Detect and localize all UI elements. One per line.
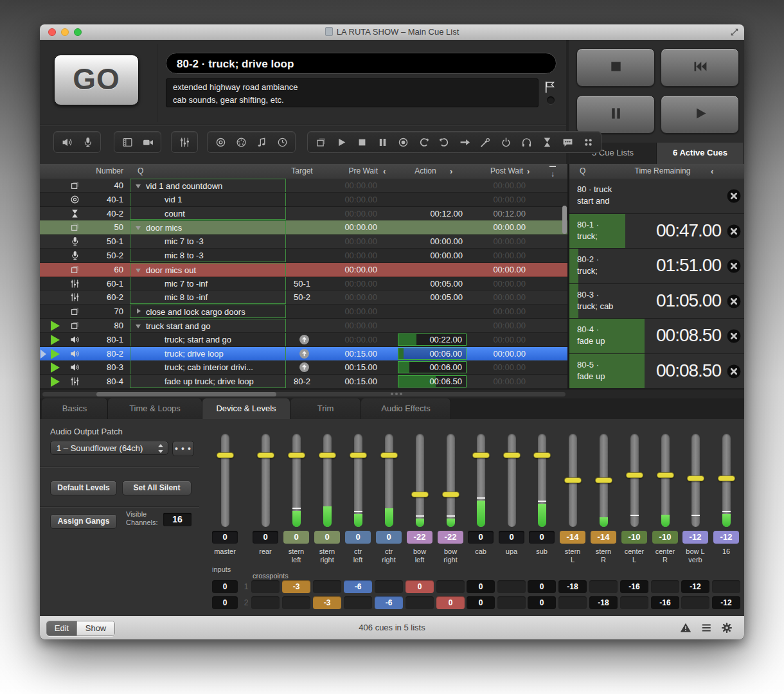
record-icon[interactable] bbox=[397, 137, 409, 148]
tab-active-cues[interactable]: 6 Active Cues bbox=[657, 143, 744, 164]
crosspoint-cell[interactable]: 0 bbox=[405, 580, 434, 593]
post-wait-value[interactable]: 00:00.00 bbox=[464, 249, 526, 263]
crosspoint-cell[interactable]: -3 bbox=[313, 596, 341, 609]
post-wait-value[interactable]: 00:00.00 bbox=[464, 333, 526, 347]
hourglass-icon[interactable] bbox=[541, 137, 553, 148]
time-remaining-collapse-icon[interactable]: ‹ bbox=[711, 164, 713, 179]
crosspoint-cell[interactable]: -18 bbox=[589, 596, 618, 609]
tab-basics[interactable]: Basics bbox=[42, 398, 108, 419]
post-wait-value[interactable]: 00:00.00 bbox=[464, 220, 526, 235]
cue-row-40-2[interactable]: 40-2count00:00.0000:12.0000:12.00 bbox=[40, 207, 568, 221]
horizontal-scroll-thumb[interactable] bbox=[96, 392, 276, 396]
action-value[interactable]: 00:00.00 bbox=[402, 249, 463, 263]
input-level-value[interactable]: 0 bbox=[212, 596, 238, 609]
stop-cue-button[interactable] bbox=[727, 259, 741, 273]
action-progress-cell[interactable]: 00:06.50 bbox=[398, 375, 467, 387]
pre-wait-value[interactable]: 00:15.00 bbox=[316, 347, 377, 361]
cue-row-60-1[interactable]: 60-1mic 7 to -inf50-100:00.0000:05.0000:… bbox=[40, 277, 568, 291]
fader-value[interactable]: -12 bbox=[713, 531, 739, 544]
fader-track-master[interactable] bbox=[221, 434, 229, 527]
pause-icon[interactable] bbox=[377, 137, 388, 148]
disc-icon[interactable] bbox=[215, 137, 226, 148]
crosspoint-cell[interactable] bbox=[589, 580, 618, 593]
tab-trim[interactable]: Trim bbox=[290, 398, 361, 419]
fader-value[interactable]: -22 bbox=[407, 531, 432, 544]
stop-all-button[interactable] bbox=[576, 48, 655, 87]
action-progress-cell[interactable]: 00:06.00 bbox=[398, 348, 467, 360]
crosspoint-cell[interactable] bbox=[651, 580, 679, 593]
fader-value[interactable]: 0 bbox=[283, 531, 309, 544]
stop-cue-button[interactable] bbox=[727, 294, 741, 308]
redo-icon[interactable] bbox=[438, 137, 450, 148]
crosspoint-cell[interactable] bbox=[251, 580, 280, 593]
group-cue-icon[interactable] bbox=[315, 137, 326, 148]
pre-wait-value[interactable]: 00:00.00 bbox=[316, 263, 377, 277]
fader-value[interactable]: 0 bbox=[499, 531, 524, 544]
set-all-silent-button[interactable]: Set All Silent bbox=[122, 481, 192, 495]
music-note-icon[interactable] bbox=[256, 137, 267, 148]
cue-row-50[interactable]: 50door mics00:00.0000:00.00 bbox=[40, 220, 568, 235]
fader-track-ctr-right[interactable] bbox=[385, 434, 393, 527]
dart-icon[interactable] bbox=[479, 137, 491, 148]
fader-handle[interactable] bbox=[217, 452, 234, 458]
post-wait-value[interactable]: 00:00.00 bbox=[464, 179, 526, 193]
cue-row-60[interactable]: 60door mics out00:00.0000:00.00 bbox=[40, 263, 568, 277]
assign-gangs-button[interactable]: Assign Gangs bbox=[50, 514, 117, 529]
column-number[interactable]: Number bbox=[82, 164, 123, 179]
fader-value[interactable]: -14 bbox=[560, 531, 585, 544]
crosspoint-cell[interactable] bbox=[251, 596, 280, 609]
post-wait-value[interactable]: 00:00.00 bbox=[464, 263, 526, 277]
reset-button[interactable] bbox=[661, 48, 739, 87]
crosspoint-cell[interactable]: -18 bbox=[558, 580, 587, 593]
pre-wait-value[interactable]: 00:00.00 bbox=[316, 290, 377, 305]
pre-wait-value[interactable]: 00:00.00 bbox=[316, 249, 377, 263]
disclosure-open-icon[interactable] bbox=[136, 325, 141, 328]
fader-track-center-R[interactable] bbox=[661, 434, 670, 527]
fader-handle[interactable] bbox=[380, 452, 398, 458]
fader-handle[interactable] bbox=[595, 477, 612, 483]
crosspoint-cell[interactable]: 0 bbox=[467, 580, 495, 593]
crosspoint-cell[interactable]: -16 bbox=[651, 596, 679, 609]
cue-row-80-1[interactable]: 80-1truck; start and go00:00.0000:22.000… bbox=[40, 333, 568, 347]
pre-wait-value[interactable]: 00:00.00 bbox=[316, 193, 377, 207]
cue-list-horizontal-scrollbar[interactable] bbox=[42, 392, 566, 396]
fader-track-bow-left[interactable] bbox=[416, 434, 424, 527]
cue-row-40-1[interactable]: 40-1vid 100:00.0000:00.00 bbox=[40, 193, 568, 207]
action-value[interactable]: 00:12.00 bbox=[402, 207, 463, 221]
pause-all-button[interactable] bbox=[576, 95, 655, 134]
post-wait-value[interactable]: 00:00.00 bbox=[464, 193, 526, 207]
cue-row-80-2[interactable]: 80-2truck; drive loop00:15.0000:06.0000:… bbox=[40, 347, 568, 361]
fader-handle[interactable] bbox=[657, 472, 674, 478]
pre-wait-value[interactable]: 00:00.00 bbox=[316, 305, 377, 319]
stop-cue-button[interactable] bbox=[727, 189, 741, 203]
patch-settings-button[interactable]: ● ● ● bbox=[172, 441, 194, 456]
crosspoint-cell[interactable]: -6 bbox=[344, 580, 372, 593]
crosspoint-cell[interactable]: 0 bbox=[436, 596, 465, 609]
crosspoint-cell[interactable] bbox=[497, 596, 526, 609]
active-cue-row[interactable]: 80-2 · truck;01:51.00 bbox=[569, 249, 744, 284]
faders-icon[interactable] bbox=[179, 137, 190, 148]
fader-value[interactable]: 0 bbox=[529, 531, 555, 544]
splitter-grip[interactable] bbox=[391, 393, 406, 396]
fader-track-stern-left[interactable] bbox=[292, 434, 301, 527]
pre-wait-value[interactable]: 00:00.00 bbox=[316, 235, 377, 249]
microphone-icon[interactable] bbox=[82, 137, 93, 148]
cue-row-80[interactable]: 80truck start and go00:00.0000:00.00 bbox=[40, 319, 568, 333]
crosspoint-cell[interactable]: -12 bbox=[712, 596, 740, 609]
fader-value[interactable]: 0 bbox=[212, 531, 238, 544]
list-view-icon[interactable] bbox=[700, 622, 712, 634]
cue-notes-field[interactable]: extended highway road ambiancecab sounds… bbox=[166, 78, 539, 107]
power-icon[interactable] bbox=[500, 137, 512, 148]
crosspoint-cell[interactable]: -3 bbox=[282, 580, 310, 593]
fader-value[interactable]: -10 bbox=[652, 531, 678, 544]
fader-track-ctr-left[interactable] bbox=[354, 434, 362, 527]
cue-row-40[interactable]: 40vid 1 and countdown00:00.0000:00.00 bbox=[40, 179, 568, 193]
column-target[interactable]: Target bbox=[276, 164, 328, 179]
crosspoint-cell[interactable]: 0 bbox=[467, 596, 495, 609]
fader-track-sub[interactable] bbox=[538, 434, 546, 527]
crosspoint-cell[interactable] bbox=[282, 596, 310, 609]
fader-track-rear[interactable] bbox=[262, 434, 270, 527]
fader-handle[interactable] bbox=[564, 477, 582, 483]
crosspoint-cell[interactable]: -6 bbox=[375, 596, 403, 609]
crosspoint-cell[interactable] bbox=[558, 596, 587, 609]
